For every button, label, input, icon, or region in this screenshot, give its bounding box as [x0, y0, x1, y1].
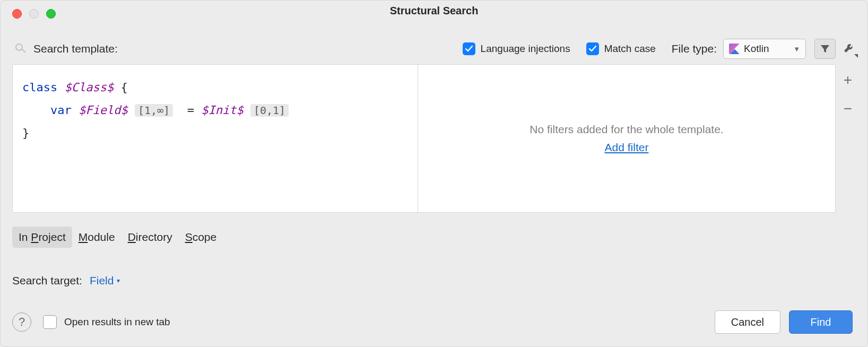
scope-directory[interactable]: Directory	[121, 227, 179, 248]
language-injections-checkbox[interactable]: Language injections	[463, 42, 570, 55]
scope-in-project[interactable]: In Project	[12, 227, 72, 248]
search-target-row: Search target: Field ▾	[12, 274, 120, 287]
checkbox-checked-icon	[586, 42, 599, 55]
scope-module[interactable]: Module	[72, 227, 121, 248]
scope-scope[interactable]: Scope	[179, 227, 223, 248]
funnel-icon	[820, 44, 830, 54]
filter-side-buttons: + −	[839, 64, 857, 213]
search-target-label: Search target:	[12, 274, 82, 287]
search-target-select[interactable]: Field ▾	[90, 274, 120, 287]
kw-class: class	[22, 81, 57, 94]
language-injections-label: Language injections	[481, 43, 570, 55]
hint-init: [0,1]	[250, 104, 289, 117]
search-template-label: Search template:	[33, 42, 118, 55]
open-in-new-tab-checkbox[interactable]	[43, 315, 57, 329]
match-case-label: Match case	[604, 43, 656, 55]
file-type-value: Kotlin	[744, 43, 769, 55]
filter-button[interactable]	[814, 39, 836, 59]
chevron-down-icon: ▼	[793, 45, 800, 53]
filters-panel: No filters added for the whole template.…	[418, 65, 835, 212]
find-button[interactable]: Find	[789, 310, 853, 334]
var-field: $Field$	[79, 103, 128, 117]
wrench-icon	[843, 42, 855, 55]
eq: =	[173, 103, 201, 117]
add-filter-button[interactable]: +	[844, 73, 852, 88]
chevron-down-icon: ▾	[117, 277, 120, 284]
bottom-bar: ? Open results in new tab Cancel Find	[12, 309, 853, 335]
tools-button[interactable]	[841, 41, 857, 57]
filters-empty-message: No filters added for the whole template.	[530, 123, 723, 136]
template-editor[interactable]: class $Class$ { var $Field$ [1,∞] = $Ini…	[13, 65, 418, 212]
open-in-new-tab-label: Open results in new tab	[64, 316, 170, 328]
editor-area: class $Class$ { var $Field$ [1,∞] = $Ini…	[12, 64, 836, 213]
scope-tabs: In Project Module Directory Scope	[12, 227, 223, 248]
var-class: $Class$	[64, 81, 114, 94]
dropdown-indicator-icon	[854, 54, 858, 58]
brace-close: }	[22, 126, 29, 140]
remove-filter-button[interactable]: −	[844, 101, 852, 116]
var-init: $Init$	[201, 103, 243, 117]
cancel-button[interactable]: Cancel	[715, 310, 780, 334]
kotlin-icon	[729, 44, 740, 54]
file-type-label: File type:	[672, 42, 717, 55]
indent	[22, 103, 50, 117]
file-type-select[interactable]: Kotlin ▼	[723, 39, 806, 59]
checkbox-checked-icon	[463, 42, 475, 55]
dialog-title: Structural Search	[1, 5, 867, 17]
add-filter-link[interactable]: Add filter	[605, 141, 649, 154]
help-button[interactable]: ?	[12, 313, 31, 332]
match-case-checkbox[interactable]: Match case	[586, 42, 656, 55]
search-icon	[15, 43, 27, 55]
kw-var: var	[50, 103, 72, 117]
search-target-value: Field	[90, 274, 114, 287]
hint-field: [1,∞]	[135, 104, 173, 117]
brace-open: {	[114, 81, 128, 94]
toolbar: Search template: Language injections Mat…	[15, 37, 857, 60]
